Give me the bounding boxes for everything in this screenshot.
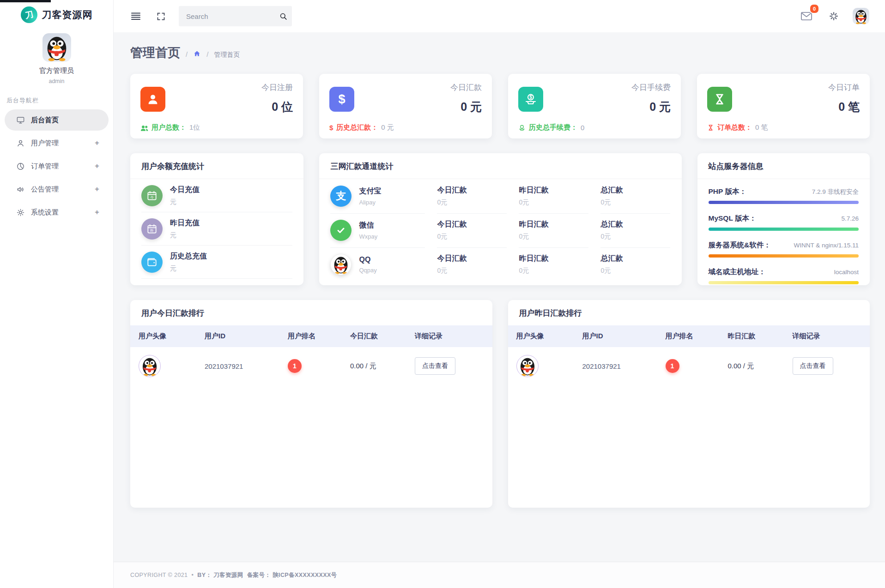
channel-row-alipay: 支 支付宝 Alipay 今日汇款0元 昨日汇款0元 总汇款0元 (330, 179, 670, 213)
profile-username: admin (0, 78, 113, 84)
server-row-software: 服务器系统&软件： WINNT & nginx/1.15.11 (709, 240, 859, 258)
search-bar (179, 6, 292, 26)
server-info-card: 站点服务器信息 PHP 版本： 7.2.9 非线程安全 MySQL 版本： 5.… (697, 153, 870, 285)
expand-plus-icon: + (95, 138, 99, 148)
sidebar-item-label: 后台首页 (31, 116, 59, 125)
expand-plus-icon: + (95, 208, 99, 217)
alipay-icon: 支 (330, 186, 352, 207)
rank-today-card: 用户今日汇款排行 用户头像 用户ID 用户排名 今日汇款 详细记录 202103 (130, 300, 492, 508)
users-icon (140, 124, 148, 132)
view-details-button[interactable]: 点击查看 (415, 357, 455, 375)
stat-footer-value: 0 (581, 124, 584, 132)
sidebar: 刀 刀客资源网 官方管理员 admin 后台导航栏 后台首页 (0, 0, 114, 588)
brand-logo[interactable]: 刀 刀客资源网 (0, 0, 113, 30)
card-title: 用户昨日汇款排行 (508, 300, 870, 325)
clear-cache-icon[interactable] (827, 9, 841, 23)
footer-icp: 备案号： 陕ICP备XXXXXXXXX号 (247, 571, 337, 579)
breadcrumb-current: 管理首页 (214, 51, 240, 59)
stat-card-remittance: $ 今日汇款 0 元 $ 历史总汇款： 0 元 (319, 74, 492, 138)
user-id: 2021037921 (582, 362, 666, 370)
footer-by: BY： 刀客资源网 (197, 571, 243, 579)
rank-badge: 1 (666, 359, 679, 373)
stat-footer-label: 历史总手续费： (529, 123, 577, 132)
brand-logo-icon: 刀 (21, 6, 37, 23)
recharge-value: 元 (170, 231, 200, 240)
server-row-mysql: MySQL 版本： 5.7.26 (709, 214, 859, 231)
dollar-small-icon: $ (329, 124, 333, 132)
sidebar-item-dashboard[interactable]: 后台首页 (5, 109, 109, 131)
stat-label: 今日注册 (261, 82, 293, 93)
channel-name: 微信 (359, 221, 377, 230)
channel-sub: Alipay (359, 199, 381, 206)
gear-icon (16, 208, 25, 217)
card-title: 用户余额充值统计 (130, 153, 303, 179)
recharge-label: 今日充值 (170, 185, 200, 195)
sidebar-profile: 官方管理员 admin (0, 33, 113, 84)
stat-cards: 今日注册 0 位 用户总数： 1位 (130, 74, 870, 138)
stat-card-orders: 今日订单 0 笔 订单总数： 0 笔 (697, 74, 870, 138)
fee-coin-icon: $ (518, 87, 543, 112)
stat-value: 0 元 (450, 99, 482, 114)
home-icon[interactable] (193, 50, 201, 58)
stat-label: 今日订单 (828, 82, 860, 93)
stat-label: 今日手续费 (631, 82, 671, 93)
view-details-button[interactable]: 点击查看 (793, 357, 833, 375)
sidebar-item-orders[interactable]: 订单管理 + (5, 156, 109, 177)
admin-dashboard: 刀 刀客资源网 官方管理员 admin 后台导航栏 后台首页 (0, 0, 885, 588)
sidebar-item-label: 系统设置 (31, 208, 59, 217)
stat-card-fees: $ 今日手续费 0 元 历史总手续费： 0 (508, 74, 681, 138)
topbar-avatar[interactable] (853, 8, 869, 24)
avatar (516, 355, 539, 377)
sidebar-nav: 后台首页 用户管理 + 订单管理 + (0, 109, 113, 223)
sidebar-item-announcements[interactable]: 公告管理 + (5, 179, 109, 200)
sidebar-item-settings[interactable]: 系统设置 + (5, 202, 109, 223)
sidebar-item-users[interactable]: 用户管理 + (5, 132, 109, 154)
fullscreen-icon[interactable] (154, 10, 168, 23)
recharge-stats-card: 用户余额充值统计 今 今日充值 元 (130, 153, 303, 285)
recharge-row-total: 历史总充值 元 (141, 246, 292, 279)
server-row-php: PHP 版本： 7.2.9 非线程安全 (709, 187, 859, 204)
progress-bar (709, 201, 859, 204)
progress-bar (709, 281, 859, 284)
recharge-row-today: 今 今日充值 元 (141, 179, 292, 212)
fee-small-icon (518, 124, 526, 132)
stat-footer-label: 历史总汇款： (336, 123, 378, 132)
sidebar-item-label: 用户管理 (31, 139, 59, 148)
recharge-row-yesterday: 昨 昨日充值 元 (141, 212, 292, 246)
speaker-icon (16, 185, 25, 194)
brand-name: 刀客资源网 (42, 8, 93, 21)
stat-value: 0 位 (261, 99, 293, 114)
recharge-value: 元 (170, 198, 200, 206)
channel-name: QQ (359, 256, 376, 264)
nav-section-label: 后台导航栏 (6, 96, 113, 105)
channel-name: 支付宝 (359, 186, 381, 196)
channel-sub: Wxpay (359, 233, 377, 240)
qq-icon (330, 254, 352, 275)
stat-footer-label: 订单总数： (717, 123, 752, 132)
main-content: 管理首页 / / 管理首页 今日注册 0 位 (114, 32, 885, 588)
user-id: 2021037921 (205, 362, 288, 370)
stat-footer-label: 用户总数： (152, 123, 186, 132)
search-icon[interactable] (279, 12, 288, 21)
amount: 0.00 / 元 (350, 362, 415, 371)
stat-footer-value: 1位 (189, 123, 200, 132)
mail-badge: 0 (809, 4, 819, 14)
profile-avatar (42, 33, 71, 62)
topbar: 0 (114, 0, 885, 32)
rank-badge: 1 (288, 359, 302, 373)
hourglass-icon (707, 87, 732, 112)
monitor-icon (16, 116, 25, 125)
svg-text:$: $ (529, 95, 532, 100)
hamburger-menu-icon[interactable] (128, 10, 143, 23)
wechat-icon (330, 220, 352, 241)
mail-icon[interactable]: 0 (798, 8, 815, 24)
wallet-icon (141, 252, 163, 273)
channel-row-wechat: 微信 Wxpay 今日汇款0元 昨日汇款0元 总汇款0元 (330, 213, 670, 247)
table-header-row: 用户头像 用户ID 用户排名 今日汇款 详细记录 (130, 325, 492, 347)
search-input[interactable] (185, 12, 279, 21)
card-title: 用户今日汇款排行 (130, 300, 492, 325)
svg-text:今: 今 (150, 195, 154, 199)
table-row: 2021037921 1 0.00 / 元 点击查看 (508, 347, 870, 385)
card-title: 三网汇款通道统计 (319, 153, 681, 179)
recharge-value: 元 (170, 264, 207, 273)
